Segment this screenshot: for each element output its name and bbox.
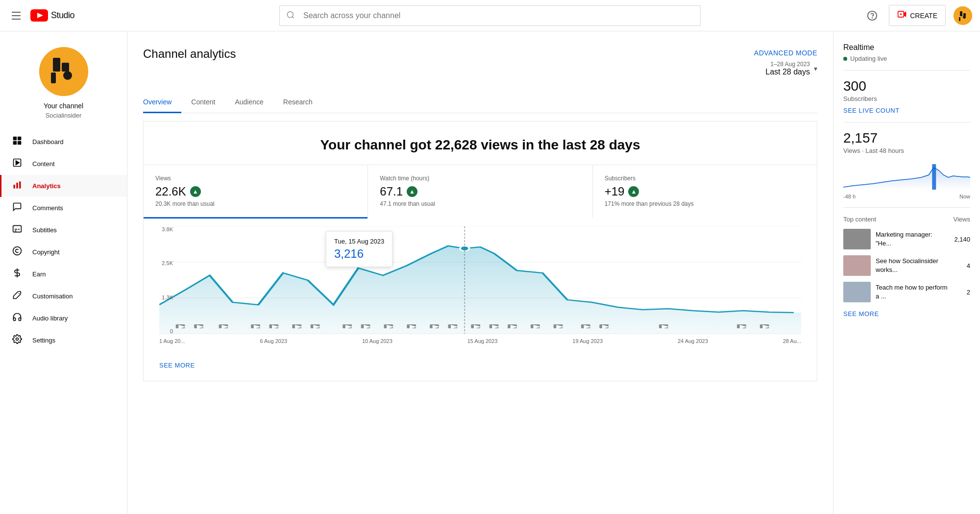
top-content-item[interactable]: See how Socialinsider works... 4	[843, 255, 970, 276]
nav-right: CREATE	[845, 5, 972, 26]
sidebar-item-label-content: Content	[32, 160, 55, 168]
sidebar-item-settings[interactable]: Settings	[0, 329, 127, 351]
tab-content[interactable]: Content	[181, 92, 225, 113]
top-content-item[interactable]: Marketing manager: "He... 2,140	[843, 229, 970, 249]
sidebar-item-audio-library[interactable]: Audio library	[0, 307, 127, 329]
svg-point-2	[287, 11, 293, 17]
sidebar-item-analytics[interactable]: Analytics	[0, 175, 127, 197]
date-range: 1–28 Aug 2023 Last 28 days ▾	[754, 61, 817, 76]
svg-rect-23	[18, 141, 22, 145]
top-nav: Studio	[0, 0, 980, 31]
avatar-icon	[954, 6, 972, 25]
content-views-1: 4	[956, 262, 970, 269]
metric-trend-0: ▲	[190, 186, 201, 197]
x-label-4: 19 Aug 2023	[572, 338, 603, 344]
y-label-0: 0	[157, 328, 173, 334]
sidebar-item-content[interactable]: Content	[0, 153, 127, 175]
divider-2	[843, 122, 970, 122]
metric-trend-2: ▲	[628, 186, 639, 197]
subscribers-value: 300	[843, 78, 970, 94]
tab-audience[interactable]: Audience	[225, 92, 273, 113]
copyright-icon	[12, 246, 23, 258]
advanced-mode-button[interactable]: ADVANCED MODE	[754, 47, 817, 57]
sidebar: Your channel Socialinsider Dashboard Con…	[0, 31, 127, 514]
sidebar-item-label-settings: Settings	[32, 337, 55, 344]
content-title-0: Marketing manager: "He...	[876, 230, 949, 248]
x-label-5: 24 Aug 2023	[678, 338, 708, 344]
channel-avatar-icon	[39, 47, 88, 96]
mini-chart-start: -48 h	[843, 194, 856, 199]
date-range-dropdown[interactable]: ▾	[814, 65, 817, 73]
see-more-button[interactable]: SEE MORE	[144, 356, 211, 381]
sidebar-item-subtitles[interactable]: Subtitles	[0, 219, 127, 241]
dollar-icon	[12, 268, 23, 280]
svg-rect-22	[13, 141, 17, 145]
sidebar-item-copyright[interactable]: Copyright	[0, 241, 127, 263]
sidebar-item-comments[interactable]: Comments	[0, 197, 127, 219]
mini-chart-svg	[843, 160, 970, 190]
x-label-3: 15 Aug 2023	[467, 338, 498, 344]
app-name: Studio	[51, 10, 74, 21]
top-content-list: Marketing manager: "He... 2,140 See how …	[843, 229, 970, 302]
metric-tab-2[interactable]: Subscribers +19 ▲ 171% more than previou…	[592, 165, 817, 219]
main-layout: Your channel Socialinsider Dashboard Con…	[0, 31, 980, 514]
svg-point-19	[63, 71, 72, 80]
content-views-2: 2	[956, 289, 970, 296]
search-icon	[286, 10, 295, 21]
svg-rect-27	[16, 183, 18, 189]
sidebar-item-label-dashboard: Dashboard	[32, 138, 64, 146]
user-avatar[interactable]	[954, 6, 972, 25]
channel-avatar[interactable]	[39, 47, 88, 96]
svg-rect-17	[62, 63, 69, 72]
svg-rect-88	[932, 164, 936, 190]
date-range-label: 1–28 Aug 2023 Last 28 days	[765, 61, 810, 76]
menu-toggle[interactable]	[8, 8, 24, 24]
svg-line-3	[292, 16, 294, 18]
sidebar-item-dashboard[interactable]: Dashboard	[0, 131, 127, 153]
y-label-2: 2.5K	[157, 260, 173, 266]
sidebar-item-label-comments: Comments	[32, 204, 63, 212]
create-button[interactable]: CREATE	[889, 5, 946, 26]
comment-icon	[12, 202, 23, 214]
help-button[interactable]	[863, 7, 881, 24]
realtime-see-more-button[interactable]: SEE MORE	[843, 310, 879, 318]
search-bar	[279, 5, 701, 26]
mini-chart-end: Now	[959, 194, 970, 199]
realtime-live-label: Updating live	[850, 55, 887, 62]
sidebar-item-label-earn: Earn	[32, 270, 46, 278]
analytics-card: Your channel got 22,628 views in the las…	[143, 121, 817, 381]
chart-area: 3.8K 2.5K 1.3K 0	[144, 219, 817, 356]
search-input[interactable]	[279, 5, 701, 26]
metric-value-row-2: +19 ▲	[605, 185, 805, 198]
content-thumb-0	[843, 229, 871, 249]
metric-value-2: +19	[605, 185, 625, 198]
svg-rect-28	[19, 181, 21, 188]
tab-research[interactable]: Research	[273, 92, 322, 113]
svg-rect-13	[959, 17, 960, 21]
date-range-main: Last 28 days	[765, 68, 810, 76]
page-header: Channel analytics ADVANCED MODE 1–28 Aug…	[143, 47, 817, 80]
svg-rect-16	[53, 58, 60, 72]
page-title: Channel analytics	[143, 47, 236, 61]
channel-handle: Socialinsider	[46, 112, 82, 119]
tab-overview[interactable]: Overview	[143, 92, 181, 113]
grid-icon	[12, 136, 23, 148]
live-dot	[843, 57, 847, 61]
metric-tab-1[interactable]: Watch time (hours) 67.1 ▲ 47.1 more than…	[368, 165, 592, 219]
svg-marker-25	[16, 161, 20, 165]
see-live-count-button[interactable]: SEE LIVE COUNT	[843, 107, 900, 114]
y-label-1: 1.3K	[157, 294, 173, 300]
sidebar-item-customisation[interactable]: Customisation	[0, 285, 127, 307]
metric-value-0: 22.6K	[155, 185, 186, 198]
sidebar-item-earn[interactable]: Earn	[0, 263, 127, 285]
top-content-header: Top content Views	[843, 216, 970, 223]
views-value: 2,157	[843, 130, 970, 146]
logo[interactable]: Studio	[30, 9, 74, 22]
views-chart	[159, 226, 801, 334]
youtube-logo-icon	[30, 9, 48, 22]
channel-info: Your channel Socialinsider	[0, 37, 127, 131]
metric-label-0: Views	[155, 175, 356, 182]
sidebar-item-label-audio-library: Audio library	[32, 315, 68, 322]
top-content-item[interactable]: Teach me how to perform a ... 2	[843, 282, 970, 302]
metric-tab-0[interactable]: Views 22.6K ▲ 20.3K more than usual	[144, 165, 368, 219]
